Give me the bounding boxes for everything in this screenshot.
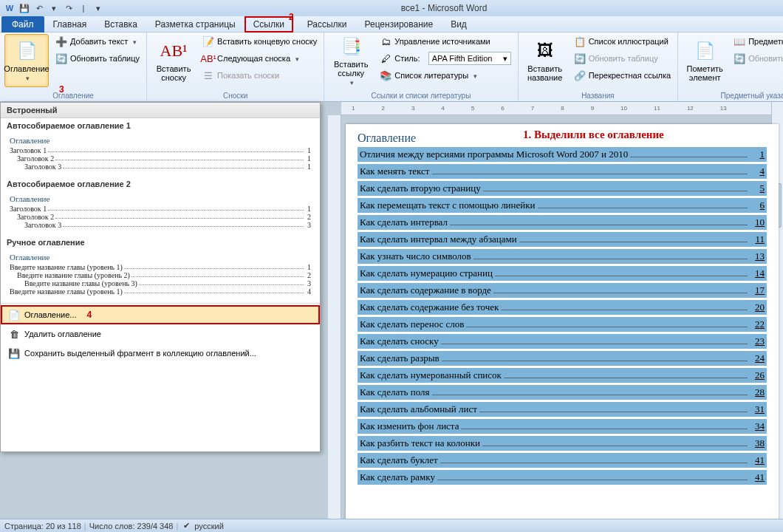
list-illustrations-button[interactable]: 📋Список иллюстраций	[572, 34, 674, 49]
auto-toc-1-preview[interactable]: Оглавление Заголовок 11 Заголовок 21 Заг…	[1, 133, 320, 177]
show-footnotes-button[interactable]: ☰Показать сноски	[200, 68, 319, 83]
group-toc: 📄 Оглавление ➕Добавить текст 🔄Обновить т…	[0, 33, 147, 101]
tab-review[interactable]: Рецензирование	[355, 16, 442, 33]
toc-entry[interactable]: Как сделать нумерацию страниц14	[358, 266, 767, 281]
toc-dialog-icon: 📄	[8, 309, 20, 321]
status-language[interactable]: русский	[194, 522, 223, 531]
tab-mailings[interactable]: Рассылки	[298, 16, 356, 33]
toc-entry[interactable]: Как сделать интервал10	[358, 215, 767, 230]
toc-entry[interactable]: Как сделать нумерованный список26	[358, 368, 767, 383]
toc-entry[interactable]: Как менять текст4	[358, 164, 767, 179]
show-notes-icon: ☰	[202, 69, 214, 81]
document-area: 12345678910111213 Оглавление 1. Выделили…	[321, 102, 783, 519]
tab-insert[interactable]: Вставка	[95, 16, 146, 33]
toc-entry[interactable]: Как сделать перенос слов22	[358, 317, 767, 332]
add-text-button[interactable]: ➕Добавить текст	[53, 34, 142, 49]
style-dropdown[interactable]: APA Fifth Edition▾	[428, 52, 511, 65]
auto-toc-2-label[interactable]: Автособираемое оглавление 2	[1, 177, 320, 191]
file-tab[interactable]: Файл	[1, 16, 44, 33]
dropdown-header: Встроенный	[1, 103, 320, 118]
toc-entry[interactable]: Как сделать содержание без точек20	[358, 300, 767, 315]
vertical-ruler[interactable]	[328, 115, 341, 519]
toc-entry[interactable]: Как сделать интервал между абзацами11	[358, 232, 767, 247]
toc-gallery-dropdown: Встроенный Автособираемое оглавление 1 О…	[0, 102, 321, 452]
spellcheck-icon[interactable]: ✔	[181, 521, 191, 531]
add-text-icon: ➕	[55, 35, 67, 47]
remove-toc-item[interactable]: 🗑 Удалить оглавление	[1, 324, 320, 344]
manual-toc-preview[interactable]: Оглавление Введите название главы (урове…	[1, 250, 320, 301]
style-icon: 🖊	[380, 52, 392, 64]
remove-toc-icon: 🗑	[8, 328, 20, 340]
qat-down-1[interactable]: ▾	[47, 1, 61, 15]
save-selection-item[interactable]: 💾 Сохранить выделенный фрагмент в коллек…	[1, 344, 320, 363]
annotation-1: 1. Выделили все оглавление	[523, 129, 664, 141]
manual-toc-label[interactable]: Ручное оглавление	[1, 235, 320, 250]
update-captions-button[interactable]: 🔄Обновить таблицу	[572, 51, 674, 66]
status-bar: Страница: 20 из 118 | Число слов: 239/4 …	[0, 519, 783, 532]
update-index-icon: 🔄	[734, 52, 745, 64]
auto-toc-1-label[interactable]: Автособираемое оглавление 1	[1, 118, 320, 133]
toc-entry[interactable]: Как сделать разрыв24	[358, 351, 767, 366]
toc-entry[interactable]: Как перемещать текст с помощью линейки6	[358, 198, 767, 213]
toc-entry[interactable]: Как разбить текст на колонки38	[358, 436, 767, 451]
quick-access-toolbar: W 💾 ↶ ▾ ↷ | ▾	[0, 1, 105, 15]
toc-icon: 📄	[15, 39, 38, 63]
group-caption-title: Названия	[523, 90, 674, 101]
status-words[interactable]: Число слов: 239/4 348	[89, 522, 174, 531]
page-heading: Оглавление	[358, 132, 416, 144]
subject-index-button[interactable]: 📖Предметный указатель	[731, 34, 783, 49]
update-index-button[interactable]: 🔄Обновить указатель	[731, 51, 783, 66]
toc-button[interactable]: 📄 Оглавление	[4, 34, 49, 87]
group-captions: 🖼 Вставить название 📋Список иллюстраций …	[519, 33, 679, 101]
tab-references[interactable]: Ссылки	[245, 16, 293, 33]
mark-entry-button[interactable]: 📄 Пометить элемент	[683, 34, 727, 87]
insert-citation-button[interactable]: 📑 Вставить ссылку	[329, 34, 373, 87]
tab-layout[interactable]: Разметка страницы	[146, 16, 245, 33]
caption-icon: 🖼	[533, 39, 557, 63]
qat-customize[interactable]: ▾	[92, 1, 105, 15]
update-table-button[interactable]: 🔄Обновить таблицу	[53, 51, 142, 66]
next-footnote-icon: AВ¹	[202, 52, 214, 64]
group-index-title: Предметный указатель	[683, 90, 783, 101]
undo-button[interactable]: ↶	[33, 1, 46, 15]
cross-ref-button[interactable]: 🔗Перекрестная ссылка	[572, 68, 674, 83]
toc-entry[interactable]: Как сделать содержание в ворде17	[358, 283, 767, 298]
insert-caption-button[interactable]: 🖼 Вставить название	[523, 34, 567, 87]
horizontal-ruler[interactable]: 12345678910111213	[341, 102, 783, 115]
window-title: все1 - Microsoft Word	[105, 3, 783, 13]
status-page[interactable]: Страница: 20 из 118	[4, 522, 81, 531]
toc-entry[interactable]: Как сделать поля28	[358, 385, 767, 400]
toc-entry[interactable]: Как сделать вторую страницу5	[358, 181, 767, 196]
toc-entry[interactable]: Как изменить фон листа34	[358, 419, 767, 434]
tab-home[interactable]: Главная	[44, 16, 96, 33]
save-sel-icon: 💾	[8, 347, 20, 359]
save-button[interactable]: 💾	[18, 1, 31, 15]
next-footnote-button[interactable]: AВ¹Следующая сноска	[200, 51, 319, 66]
auto-toc-2-preview[interactable]: Оглавление Заголовок 11 Заголовок 22 Заг…	[1, 191, 320, 235]
document-page[interactable]: Оглавление 1. Выделили все оглавление От…	[346, 124, 779, 519]
style-select[interactable]: 🖊Стиль: APA Fifth Edition▾	[377, 51, 513, 66]
index-icon: 📖	[734, 35, 745, 47]
workspace: Встроенный Автособираемое оглавление 1 О…	[0, 102, 783, 519]
callout-4: 4	[87, 310, 92, 320]
manage-sources-button[interactable]: 🗂Управление источниками	[377, 34, 513, 49]
toc-entry[interactable]: Как узнать число символов13	[358, 249, 767, 264]
callout-3: 3	[59, 84, 64, 95]
insert-footnote-button[interactable]: АВ¹ Вставить сноску	[151, 34, 196, 87]
group-footnotes: АВ¹ Вставить сноску 📝Вставить концевую с…	[147, 33, 324, 101]
manage-icon: 🗂	[380, 35, 392, 47]
redo-button[interactable]: ↷	[62, 1, 75, 15]
update-cap-icon: 🔄	[574, 52, 586, 64]
group-citations: 📑 Вставить ссылку 🗂Управление источникам…	[324, 33, 518, 101]
tab-view[interactable]: Вид	[442, 16, 476, 33]
callout-2: 2	[289, 12, 294, 22]
insert-toc-item[interactable]: 📄 Оглавление... 4	[1, 305, 320, 324]
group-index: 📄 Пометить элемент 📖Предметный указатель…	[678, 33, 783, 101]
toc-entry[interactable]: Как сделать сноску23	[358, 334, 767, 349]
toc-entry[interactable]: Как сделать рамку41	[358, 470, 767, 485]
toc-entry[interactable]: Отличия между версиями программы Microso…	[358, 147, 767, 162]
bibliography-button[interactable]: 📚Список литературы	[377, 68, 513, 83]
insert-endnote-button[interactable]: 📝Вставить концевую сноску	[200, 34, 319, 49]
toc-entry[interactable]: Как сделать альбомный лист31	[358, 402, 767, 417]
toc-entry[interactable]: Как сделать буклет41	[358, 453, 767, 468]
